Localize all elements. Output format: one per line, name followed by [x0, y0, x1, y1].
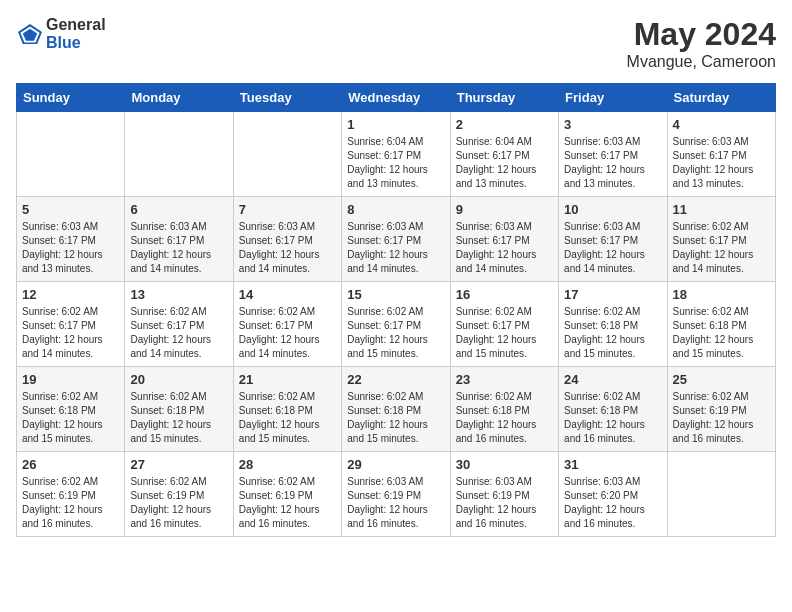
- day-info: Sunrise: 6:02 AMSunset: 6:17 PMDaylight:…: [130, 305, 227, 361]
- day-info: Sunrise: 6:02 AMSunset: 6:19 PMDaylight:…: [239, 475, 336, 531]
- day-info: Sunrise: 6:02 AMSunset: 6:18 PMDaylight:…: [130, 390, 227, 446]
- day-number: 20: [130, 372, 227, 387]
- calendar-week-row: 19Sunrise: 6:02 AMSunset: 6:18 PMDayligh…: [17, 367, 776, 452]
- calendar-cell: 16Sunrise: 6:02 AMSunset: 6:17 PMDayligh…: [450, 282, 558, 367]
- day-info: Sunrise: 6:04 AMSunset: 6:17 PMDaylight:…: [347, 135, 444, 191]
- calendar-cell: 5Sunrise: 6:03 AMSunset: 6:17 PMDaylight…: [17, 197, 125, 282]
- calendar-week-row: 26Sunrise: 6:02 AMSunset: 6:19 PMDayligh…: [17, 452, 776, 537]
- calendar-cell: 10Sunrise: 6:03 AMSunset: 6:17 PMDayligh…: [559, 197, 667, 282]
- calendar-cell: 6Sunrise: 6:03 AMSunset: 6:17 PMDaylight…: [125, 197, 233, 282]
- calendar-cell: 9Sunrise: 6:03 AMSunset: 6:17 PMDaylight…: [450, 197, 558, 282]
- day-number: 7: [239, 202, 336, 217]
- calendar-cell: 3Sunrise: 6:03 AMSunset: 6:17 PMDaylight…: [559, 112, 667, 197]
- calendar-cell: 2Sunrise: 6:04 AMSunset: 6:17 PMDaylight…: [450, 112, 558, 197]
- calendar-cell: 31Sunrise: 6:03 AMSunset: 6:20 PMDayligh…: [559, 452, 667, 537]
- day-number: 5: [22, 202, 119, 217]
- day-number: 14: [239, 287, 336, 302]
- day-info: Sunrise: 6:03 AMSunset: 6:17 PMDaylight:…: [564, 220, 661, 276]
- day-info: Sunrise: 6:02 AMSunset: 6:18 PMDaylight:…: [673, 305, 770, 361]
- day-info: Sunrise: 6:02 AMSunset: 6:19 PMDaylight:…: [22, 475, 119, 531]
- logo-general: General: [46, 16, 106, 34]
- calendar-cell: 12Sunrise: 6:02 AMSunset: 6:17 PMDayligh…: [17, 282, 125, 367]
- day-number: 16: [456, 287, 553, 302]
- day-number: 17: [564, 287, 661, 302]
- day-info: Sunrise: 6:02 AMSunset: 6:18 PMDaylight:…: [456, 390, 553, 446]
- calendar-cell: 26Sunrise: 6:02 AMSunset: 6:19 PMDayligh…: [17, 452, 125, 537]
- day-info: Sunrise: 6:02 AMSunset: 6:18 PMDaylight:…: [564, 305, 661, 361]
- calendar-cell: 21Sunrise: 6:02 AMSunset: 6:18 PMDayligh…: [233, 367, 341, 452]
- day-info: Sunrise: 6:02 AMSunset: 6:18 PMDaylight:…: [239, 390, 336, 446]
- day-info: Sunrise: 6:02 AMSunset: 6:19 PMDaylight:…: [130, 475, 227, 531]
- day-number: 10: [564, 202, 661, 217]
- day-info: Sunrise: 6:03 AMSunset: 6:17 PMDaylight:…: [673, 135, 770, 191]
- calendar-cell: 28Sunrise: 6:02 AMSunset: 6:19 PMDayligh…: [233, 452, 341, 537]
- column-header-tuesday: Tuesday: [233, 84, 341, 112]
- day-number: 21: [239, 372, 336, 387]
- day-number: 30: [456, 457, 553, 472]
- day-number: 26: [22, 457, 119, 472]
- logo-icon: [18, 24, 42, 44]
- day-number: 22: [347, 372, 444, 387]
- calendar-cell: 11Sunrise: 6:02 AMSunset: 6:17 PMDayligh…: [667, 197, 775, 282]
- calendar-cell: 25Sunrise: 6:02 AMSunset: 6:19 PMDayligh…: [667, 367, 775, 452]
- day-number: 13: [130, 287, 227, 302]
- day-info: Sunrise: 6:03 AMSunset: 6:17 PMDaylight:…: [130, 220, 227, 276]
- column-header-monday: Monday: [125, 84, 233, 112]
- day-info: Sunrise: 6:02 AMSunset: 6:18 PMDaylight:…: [347, 390, 444, 446]
- calendar-cell: 29Sunrise: 6:03 AMSunset: 6:19 PMDayligh…: [342, 452, 450, 537]
- day-info: Sunrise: 6:04 AMSunset: 6:17 PMDaylight:…: [456, 135, 553, 191]
- day-number: 4: [673, 117, 770, 132]
- day-number: 29: [347, 457, 444, 472]
- calendar-title: May 2024: [627, 16, 776, 53]
- logo: General Blue: [16, 16, 106, 51]
- day-number: 19: [22, 372, 119, 387]
- calendar-cell: [17, 112, 125, 197]
- calendar-cell: 20Sunrise: 6:02 AMSunset: 6:18 PMDayligh…: [125, 367, 233, 452]
- day-info: Sunrise: 6:03 AMSunset: 6:17 PMDaylight:…: [564, 135, 661, 191]
- day-info: Sunrise: 6:03 AMSunset: 6:17 PMDaylight:…: [239, 220, 336, 276]
- calendar-subtitle: Mvangue, Cameroon: [627, 53, 776, 71]
- day-number: 23: [456, 372, 553, 387]
- calendar-table: SundayMondayTuesdayWednesdayThursdayFrid…: [16, 83, 776, 537]
- calendar-cell: 27Sunrise: 6:02 AMSunset: 6:19 PMDayligh…: [125, 452, 233, 537]
- calendar-body: 1Sunrise: 6:04 AMSunset: 6:17 PMDaylight…: [17, 112, 776, 537]
- day-number: 28: [239, 457, 336, 472]
- day-info: Sunrise: 6:03 AMSunset: 6:19 PMDaylight:…: [456, 475, 553, 531]
- calendar-week-row: 12Sunrise: 6:02 AMSunset: 6:17 PMDayligh…: [17, 282, 776, 367]
- day-number: 8: [347, 202, 444, 217]
- day-number: 27: [130, 457, 227, 472]
- day-number: 9: [456, 202, 553, 217]
- day-info: Sunrise: 6:03 AMSunset: 6:19 PMDaylight:…: [347, 475, 444, 531]
- day-info: Sunrise: 6:02 AMSunset: 6:18 PMDaylight:…: [22, 390, 119, 446]
- calendar-week-row: 1Sunrise: 6:04 AMSunset: 6:17 PMDaylight…: [17, 112, 776, 197]
- day-info: Sunrise: 6:02 AMSunset: 6:17 PMDaylight:…: [456, 305, 553, 361]
- calendar-cell: 1Sunrise: 6:04 AMSunset: 6:17 PMDaylight…: [342, 112, 450, 197]
- title-section: May 2024 Mvangue, Cameroon: [627, 16, 776, 71]
- day-info: Sunrise: 6:02 AMSunset: 6:17 PMDaylight:…: [347, 305, 444, 361]
- column-header-friday: Friday: [559, 84, 667, 112]
- calendar-header-row: SundayMondayTuesdayWednesdayThursdayFrid…: [17, 84, 776, 112]
- column-header-sunday: Sunday: [17, 84, 125, 112]
- day-number: 15: [347, 287, 444, 302]
- calendar-cell: [125, 112, 233, 197]
- day-number: 11: [673, 202, 770, 217]
- calendar-week-row: 5Sunrise: 6:03 AMSunset: 6:17 PMDaylight…: [17, 197, 776, 282]
- calendar-cell: 15Sunrise: 6:02 AMSunset: 6:17 PMDayligh…: [342, 282, 450, 367]
- day-number: 12: [22, 287, 119, 302]
- day-info: Sunrise: 6:03 AMSunset: 6:20 PMDaylight:…: [564, 475, 661, 531]
- column-header-thursday: Thursday: [450, 84, 558, 112]
- day-info: Sunrise: 6:03 AMSunset: 6:17 PMDaylight:…: [347, 220, 444, 276]
- calendar-cell: 14Sunrise: 6:02 AMSunset: 6:17 PMDayligh…: [233, 282, 341, 367]
- day-number: 18: [673, 287, 770, 302]
- calendar-cell: 4Sunrise: 6:03 AMSunset: 6:17 PMDaylight…: [667, 112, 775, 197]
- day-info: Sunrise: 6:02 AMSunset: 6:17 PMDaylight:…: [673, 220, 770, 276]
- calendar-cell: [233, 112, 341, 197]
- day-info: Sunrise: 6:02 AMSunset: 6:17 PMDaylight:…: [22, 305, 119, 361]
- day-number: 31: [564, 457, 661, 472]
- calendar-cell: [667, 452, 775, 537]
- calendar-cell: 18Sunrise: 6:02 AMSunset: 6:18 PMDayligh…: [667, 282, 775, 367]
- day-number: 2: [456, 117, 553, 132]
- calendar-cell: 13Sunrise: 6:02 AMSunset: 6:17 PMDayligh…: [125, 282, 233, 367]
- column-header-wednesday: Wednesday: [342, 84, 450, 112]
- calendar-cell: 19Sunrise: 6:02 AMSunset: 6:18 PMDayligh…: [17, 367, 125, 452]
